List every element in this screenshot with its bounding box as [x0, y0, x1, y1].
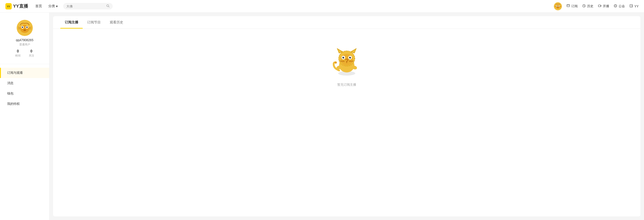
stat-fans: 0 粉丝: [15, 49, 21, 58]
wallet-label: 钱包: [7, 92, 14, 96]
tab-watch-history[interactable]: 观看历史: [105, 16, 128, 28]
empty-illustration: ?: [331, 47, 362, 78]
yy-label: YY: [634, 4, 638, 8]
fans-count: 0: [17, 49, 19, 53]
header-right: 订阅 历史 开播: [554, 2, 638, 10]
svg-text:YY: YY: [630, 5, 633, 7]
svg-point-29: [20, 25, 29, 33]
svg-point-34: [24, 29, 26, 31]
svg-line-21: [584, 6, 585, 6]
svg-point-59: [334, 62, 337, 64]
user-role: 普通用户: [19, 43, 30, 46]
sidebar: qq47908265 普通用户 0 粉丝 0 关注 订阅与观看 消息: [0, 12, 50, 220]
nav-home[interactable]: 首页: [35, 4, 42, 8]
fans-label: 粉丝: [15, 54, 21, 58]
svg-point-49: [344, 57, 344, 58]
yy-icon: YY: [630, 4, 633, 8]
my-privileges-label: 我的特权: [7, 102, 20, 106]
svg-point-50: [350, 57, 351, 58]
nav-category[interactable]: 分类 ▾: [48, 4, 58, 8]
following-count: 0: [30, 49, 32, 53]
svg-point-24: [614, 4, 617, 7]
username: qq47908265: [16, 38, 34, 42]
sidebar-item-wallet[interactable]: 钱包: [0, 88, 49, 99]
svg-point-52: [346, 61, 348, 62]
tabs-header: 订阅主播 订阅节目 观看历史: [53, 16, 640, 29]
stat-following: 0 关注: [29, 49, 34, 58]
main-content: 订阅主播 订阅节目 观看历史: [53, 16, 640, 216]
stats-row: 0 粉丝 0 关注: [15, 49, 34, 58]
profile-section: qq47908265 普通用户 0 粉丝 0 关注: [0, 20, 49, 64]
logo-icon: YY: [6, 3, 12, 10]
svg-point-10: [557, 7, 558, 8]
svg-point-25: [615, 5, 616, 6]
search-input[interactable]: [66, 4, 104, 8]
history-icon: [582, 4, 586, 8]
menu-section: 订阅与观看 消息 钱包 我的特权: [0, 64, 49, 109]
chevron-down-icon: ▾: [56, 4, 58, 8]
tab-subscribe-anchor[interactable]: 订阅主播: [60, 16, 83, 28]
svg-text:?: ?: [345, 57, 349, 64]
broadcast-label: 开播: [603, 4, 609, 8]
nav-links: 首页 分类 ▾: [35, 4, 58, 8]
page-layout: qq47908265 普通用户 0 粉丝 0 关注 订阅与观看 消息: [0, 12, 644, 220]
empty-text: 暂无订阅主播: [337, 83, 356, 87]
broadcast-icon: [598, 4, 602, 8]
svg-rect-22: [598, 5, 600, 7]
logo[interactable]: YY YY直播: [6, 3, 28, 10]
svg-point-8: [556, 6, 557, 6]
sidebar-item-subscribe-watch[interactable]: 订阅与观看: [0, 68, 49, 78]
following-label: 关注: [29, 54, 34, 58]
logo-text: YY直播: [13, 3, 28, 9]
meeting-icon: [614, 4, 617, 8]
header-action-yy[interactable]: YY YY: [630, 4, 638, 8]
header-action-meeting[interactable]: 公会: [614, 4, 625, 8]
subscribe-icon: [566, 4, 570, 8]
sidebar-item-my-privileges[interactable]: 我的特权: [0, 99, 49, 109]
tab-content: ?: [53, 29, 640, 100]
search-icon[interactable]: [106, 4, 110, 8]
history-label: 历史: [587, 4, 594, 8]
tab-subscribe-program[interactable]: 订阅节目: [83, 16, 105, 28]
svg-line-3: [108, 6, 109, 8]
subscribe-label: 订阅: [571, 4, 578, 8]
header-action-broadcast[interactable]: 开播: [598, 4, 609, 8]
header-action-history[interactable]: 历史: [582, 4, 594, 8]
search-bar: [63, 3, 113, 10]
svg-point-9: [559, 6, 560, 6]
header: YY YY直播 首页 分类 ▾: [0, 0, 644, 12]
avatar-sidebar[interactable]: [17, 20, 33, 36]
svg-point-32: [22, 26, 23, 28]
svg-point-33: [26, 26, 28, 28]
svg-rect-15: [567, 4, 570, 7]
svg-point-5: [556, 5, 560, 9]
header-action-subscribe[interactable]: 订阅: [566, 4, 578, 8]
meeting-label: 公会: [618, 4, 625, 8]
svg-text:YY: YY: [7, 6, 10, 8]
messages-label: 消息: [7, 81, 14, 85]
sidebar-item-messages[interactable]: 消息: [0, 78, 49, 88]
subscribe-watch-label: 订阅与观看: [7, 71, 23, 75]
avatar-header[interactable]: [554, 2, 562, 10]
